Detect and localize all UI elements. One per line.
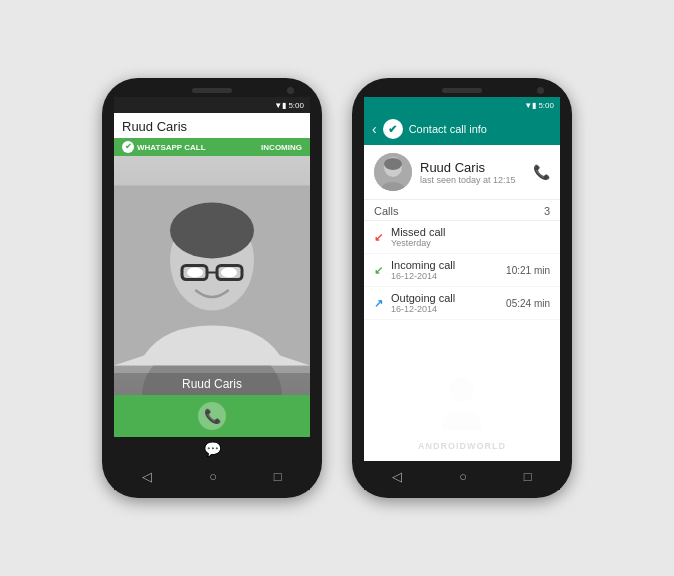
caller-name-overlay: Ruud Caris (114, 373, 310, 395)
call-item-incoming[interactable]: ↙ Incoming call 16-12-2014 10:21 min (364, 254, 560, 287)
incoming-call-duration: 10:21 min (506, 265, 550, 276)
back-nav-left[interactable]: ◁ (142, 469, 152, 484)
signal-icon-right: ▼▮ (524, 101, 538, 110)
camera-right (537, 87, 544, 94)
home-nav-left[interactable]: ○ (209, 469, 217, 484)
calls-label: Calls (374, 205, 398, 217)
camera-left (287, 87, 294, 94)
incoming-label: INCOMING (261, 143, 302, 152)
call-item-outgoing[interactable]: ↗ Outgoing call 16-12-2014 05:24 min (364, 287, 560, 320)
right-time: 5:00 (538, 101, 554, 110)
recents-nav-left[interactable]: □ (274, 469, 282, 484)
whatsapp-logo: ✔ (383, 119, 403, 139)
contact-row: Ruud Caris last seen today at 12:15 📞 (364, 145, 560, 200)
phone-icon: 📞 (204, 408, 221, 424)
outgoing-call-icon: ↗ (374, 297, 386, 310)
incoming-call-type: Incoming call (391, 259, 501, 271)
watermark-area: ANDROIDWORLD (364, 320, 560, 461)
contact-call-icon[interactable]: 📞 (533, 164, 550, 180)
caller-photo: Ruud Caris (114, 156, 310, 395)
whatsapp-icon: ✔ (122, 141, 134, 153)
phone-top-bar-right (352, 88, 572, 93)
incoming-call-details: Incoming call 16-12-2014 (391, 259, 501, 281)
right-status-right: ▼▮ 5:00 (524, 101, 554, 110)
back-nav-right[interactable]: ◁ (392, 469, 402, 484)
left-bottom-nav: ◁ ○ □ (114, 463, 310, 490)
caller-name-bar: Ruud Caris (114, 113, 310, 138)
wp-logo-icon: ✔ (388, 123, 397, 136)
recents-nav-right[interactable]: □ (524, 469, 532, 484)
contact-last-seen: last seen today at 12:15 (420, 175, 525, 185)
incoming-call-date: 16-12-2014 (391, 271, 501, 281)
calls-header: Calls 3 (364, 200, 560, 221)
svg-point-3 (170, 203, 254, 259)
whatsapp-bar-left: ✔ WHATSAPP CALL (122, 141, 206, 153)
phone-top-bar-left (102, 88, 322, 93)
right-bottom-nav: ◁ ○ □ (364, 463, 560, 490)
speaker-left (192, 88, 232, 93)
watermark-text: ANDROIDWORLD (364, 441, 560, 451)
call-item-missed[interactable]: ↙ Missed call Yesterday (364, 221, 560, 254)
left-phone: ▼▮ 5:00 Ruud Caris ✔ WHATSAPP CALL INCOM… (102, 78, 322, 498)
svg-point-8 (221, 268, 237, 278)
back-arrow-icon[interactable]: ‹ (372, 121, 377, 137)
svg-point-14 (442, 411, 482, 430)
whatsapp-call-label: WHATSAPP CALL (137, 143, 206, 152)
signal-icon-left: ▼▮ (274, 101, 288, 110)
whatsapp-bar: ✔ WHATSAPP CALL INCOMING (114, 138, 310, 156)
left-status-right: ▼▮ 5:00 (274, 101, 304, 110)
outgoing-call-details: Outgoing call 16-12-2014 (391, 292, 501, 314)
left-screen: ▼▮ 5:00 Ruud Caris ✔ WHATSAPP CALL INCOM… (114, 97, 310, 437)
outgoing-call-date: 16-12-2014 (391, 304, 501, 314)
answer-button[interactable]: 📞 (198, 402, 226, 430)
message-icon[interactable]: 💬 (204, 441, 221, 457)
outgoing-call-duration: 05:24 min (506, 298, 550, 309)
home-nav-right[interactable]: ○ (459, 469, 467, 484)
incoming-call-icon: ↙ (374, 264, 386, 277)
missed-call-details: Missed call Yesterday (391, 226, 545, 248)
left-status-bar: ▼▮ 5:00 (114, 97, 310, 113)
title-bar: ‹ ✔ Contact call info (364, 113, 560, 145)
right-status-bar: ▼▮ 5:00 (364, 97, 560, 113)
right-phone: ▼▮ 5:00 ‹ ✔ Contact call info (352, 78, 572, 498)
missed-call-icon: ↙ (374, 231, 386, 244)
missed-call-date: Yesterday (391, 238, 545, 248)
calls-count: 3 (544, 205, 550, 217)
answer-bar[interactable]: 📞 (114, 395, 310, 437)
missed-call-type: Missed call (391, 226, 545, 238)
svg-point-13 (450, 378, 474, 402)
contact-info: Ruud Caris last seen today at 12:15 (420, 160, 525, 185)
contact-name: Ruud Caris (420, 160, 525, 175)
right-screen: ▼▮ 5:00 ‹ ✔ Contact call info (364, 97, 560, 461)
page-title: Contact call info (409, 123, 487, 135)
watermark-logo (432, 370, 492, 439)
svg-point-7 (187, 268, 203, 278)
caller-overlay-text: Ruud Caris (182, 377, 242, 391)
left-time: 5:00 (288, 101, 304, 110)
svg-point-11 (384, 158, 402, 170)
call-list: ↙ Missed call Yesterday ↙ Incoming call … (364, 221, 560, 320)
message-nav: 💬 (200, 437, 225, 461)
whatsapp-icon-inner: ✔ (125, 143, 132, 151)
outgoing-call-type: Outgoing call (391, 292, 501, 304)
contact-avatar (374, 153, 412, 191)
speaker-right (442, 88, 482, 93)
caller-name-text: Ruud Caris (122, 119, 187, 134)
